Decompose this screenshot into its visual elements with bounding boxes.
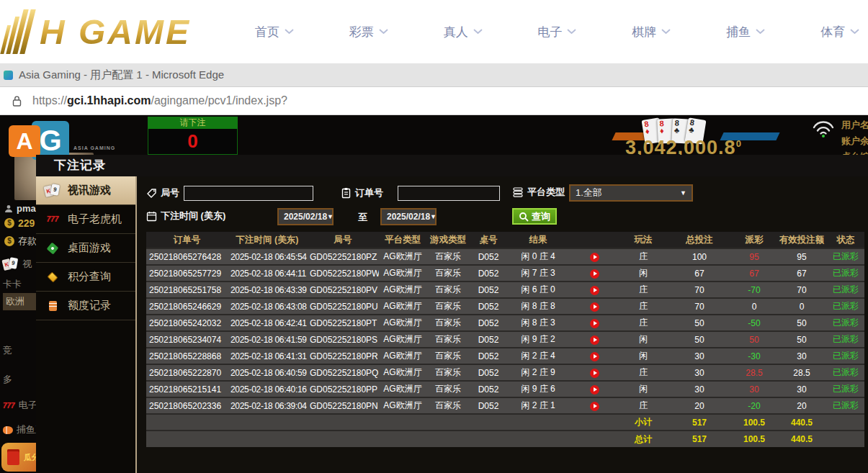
cell-game_type: 百家乐: [426, 265, 470, 281]
bg-menu-item-4[interactable]: 多: [3, 373, 12, 386]
cell-payout: 95: [732, 248, 777, 265]
play-icon[interactable]: [590, 369, 599, 378]
subtotal-cell-result: [507, 414, 569, 431]
cell-platform: AG欧洲厅: [379, 364, 426, 381]
deposit-button[interactable]: $ 存款: [4, 235, 37, 248]
sidebar-item-4[interactable]: 额度记录: [36, 292, 135, 320]
total-cell-game_type: [426, 431, 470, 447]
cell-table_no: D052: [470, 331, 507, 348]
table-row: 2502180652151412025-02-18 06:40:16GD0522…: [146, 381, 864, 397]
play-icon[interactable]: [590, 385, 599, 395]
order-input[interactable]: [398, 186, 500, 201]
nav-item-4[interactable]: 棋牌: [627, 24, 675, 40]
play-icon[interactable]: [590, 402, 599, 411]
cell-bet_time: 2025-02-18 06:39:04: [228, 397, 307, 414]
table-row: 2502180652517582025-02-18 06:43:39GD0522…: [146, 281, 864, 298]
cell-game_type: 百家乐: [426, 281, 470, 298]
nav-item-5[interactable]: 捕鱼: [722, 24, 769, 40]
cell-bet_type: 闲: [619, 381, 667, 397]
cell-order_id: 250218065242032: [146, 315, 228, 331]
sidebar-item-3[interactable]: 积分查询: [36, 263, 135, 292]
cell-result: 闲 9 庄 6: [507, 381, 569, 397]
modal-sidebar: K9视讯游戏777电子老虎机桌面游戏积分查询额度记录: [36, 176, 137, 473]
red-envelope-icon: [7, 449, 19, 465]
play-icon[interactable]: [590, 253, 599, 262]
play-icon[interactable]: [590, 286, 599, 295]
cell-order_id: 250218065251758: [146, 281, 228, 298]
table-row: 2502180652764282025-02-18 06:45:54GD0522…: [146, 248, 864, 265]
sidebar-item-1[interactable]: 777电子老虎机: [36, 205, 135, 234]
cell-result: 闲 8 庄 3: [507, 315, 569, 331]
cell-table_no: D052: [470, 348, 507, 364]
nav-item-1[interactable]: 彩票: [345, 24, 393, 40]
subtotal-cell-table_no: [470, 414, 507, 431]
subtotal-cell-play: [569, 414, 619, 431]
cell-bet_time: 2025-02-18 06:41:31: [228, 348, 307, 364]
sidebar-item-label: 积分查询: [68, 270, 111, 284]
cell-bet_type: 闲: [619, 348, 667, 364]
nav-item-6[interactable]: 体育: [816, 24, 864, 40]
nav-item-2[interactable]: 真人: [439, 24, 487, 40]
nav-item-label: 棋牌: [632, 24, 656, 40]
chevron-down-icon: [285, 29, 294, 35]
bg-menu-item-3[interactable]: 竞: [3, 344, 12, 357]
cell-status: 已派彩: [827, 348, 864, 364]
cell-valid_bet: 50: [777, 331, 827, 348]
table-row: 2502180652340742025-02-18 06:41:59GD0522…: [146, 331, 864, 348]
cell-result: 闲 8 庄 8: [507, 298, 569, 315]
slot-777-icon: 777: [3, 402, 15, 410]
round-input[interactable]: [184, 186, 313, 201]
nav-item-0[interactable]: 首页: [251, 24, 298, 40]
sidebar-item-0[interactable]: K9视讯游戏: [36, 176, 135, 205]
cell-play: [569, 248, 619, 265]
nav-item-3[interactable]: 电子: [533, 24, 581, 40]
platform-type-icon: [512, 186, 524, 198]
nav-item-label: 体育: [820, 24, 845, 40]
sidebar-item-2[interactable]: 桌面游戏: [36, 234, 135, 263]
subtotal-cell-valid_bet: 440.5: [777, 414, 827, 431]
address-bar[interactable]: https://gci.1hhapi.com/agingame/pcv1/ind…: [0, 87, 868, 115]
cell-round_id: GD052252180PZ: [307, 248, 379, 265]
bet-count: 0: [148, 129, 238, 155]
cell-bet_type: 庄: [619, 364, 667, 381]
subtotal-row: 小计517100.5440.5: [146, 414, 864, 431]
nav-item-label: 首页: [255, 24, 279, 40]
search-button-label: 查询: [532, 210, 550, 223]
bg-menu-item-0[interactable]: K9视: [3, 258, 32, 271]
main-nav: 首页彩票真人电子棋牌捕鱼体育: [251, 0, 864, 63]
date-to-select[interactable]: 2025/02/18 ▼: [380, 208, 437, 225]
platform-select-value: 1.全部: [576, 186, 602, 199]
cell-play: [569, 381, 619, 397]
play-icon[interactable]: [590, 302, 599, 312]
platform-select[interactable]: 1.全部 ▼: [569, 184, 693, 202]
cell-round_id: GD052252180PT: [307, 315, 379, 331]
total-cell-platform: [379, 431, 426, 447]
cell-payout: -70: [732, 281, 777, 298]
date-from-value: 2025/02/18: [284, 212, 327, 222]
bg-menu-label: 电子: [19, 399, 37, 412]
play-icon[interactable]: [590, 319, 599, 328]
play-icon[interactable]: [590, 269, 599, 279]
window-title: Asia Gaming - 用户配置 1 - Microsoft Edge: [19, 68, 224, 82]
cell-order_id: 250218065215141: [146, 381, 228, 397]
money-bag-icon: $: [4, 218, 14, 228]
cell-play: [569, 331, 619, 348]
play-icon[interactable]: [590, 352, 599, 361]
col-header-valid_bet: 有效投注额: [777, 232, 827, 248]
search-button[interactable]: 查询: [512, 208, 557, 225]
cell-total_bet: 70: [667, 281, 732, 298]
cell-round_id: GD052252180PQ: [307, 364, 379, 381]
subtotal-cell-platform: [379, 414, 426, 431]
cell-play: [569, 265, 619, 281]
cell-valid_bet: 95: [777, 248, 827, 265]
url-text[interactable]: https://gci.1hhapi.com/agingame/pcv1/ind…: [32, 94, 287, 107]
lock-icon[interactable]: [12, 95, 22, 107]
cell-table_no: D052: [470, 381, 507, 397]
bg-menu-item-1[interactable]: 卡卡: [3, 278, 22, 291]
date-from-select[interactable]: 2025/02/18 ▼: [277, 208, 334, 225]
bg-menu-label: 欧洲: [6, 295, 24, 308]
ag-logo-subtitle: ASIA GAMING: [73, 145, 115, 150]
play-icon[interactable]: [590, 335, 599, 345]
deposit-label: 存款: [18, 235, 37, 248]
bg-menu-item-5[interactable]: 777电子: [3, 399, 37, 412]
